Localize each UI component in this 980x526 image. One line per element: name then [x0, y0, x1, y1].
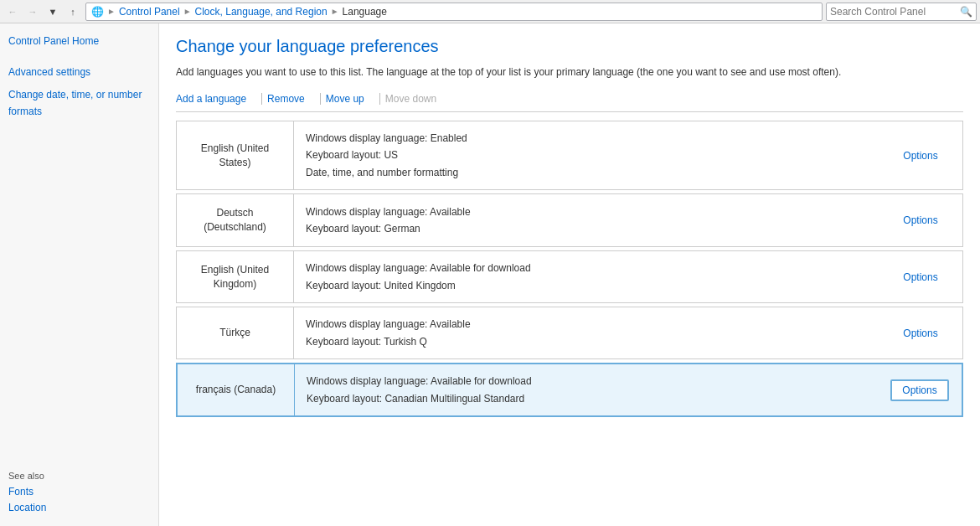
lang-name-deutsch: Deutsch(Deutschland) [177, 194, 294, 246]
add-language-button[interactable]: Add a language [176, 91, 253, 106]
lang-details-english-us: Windows display language: Enabled Keyboa… [294, 121, 879, 189]
lang-options-francais-canada: Options [878, 364, 962, 415]
lang-options-deutsch: Options [879, 194, 962, 246]
address-bar: ← → ▼ ↑ 🌐 ► Control Panel ► Clock, Langu… [0, 0, 980, 23]
language-list: English (UnitedStates) Windows display l… [176, 121, 963, 420]
page-title: Change your language preferences [176, 37, 963, 56]
move-down-button[interactable]: Move down [385, 91, 443, 106]
dropdown-button[interactable]: ▼ [44, 3, 62, 21]
search-input[interactable] [830, 6, 960, 18]
lang-details-deutsch: Windows display language: Available Keyb… [294, 194, 879, 246]
options-link-deutsch[interactable]: Options [903, 214, 937, 226]
forward-button[interactable]: → [23, 3, 42, 21]
options-link-english-uk[interactable]: Options [903, 271, 937, 283]
toolbar-sep-3 [379, 93, 380, 105]
sidebar-fonts-link[interactable]: Fonts [8, 486, 34, 498]
move-up-button[interactable]: Move up [326, 91, 371, 106]
lang-options-english-uk: Options [879, 251, 962, 303]
options-link-english-us[interactable]: Options [903, 150, 937, 162]
sep2: ► [183, 7, 192, 16]
language-item-english-us[interactable]: English (UnitedStates) Windows display l… [176, 121, 963, 190]
search-icon[interactable]: 🔍 [960, 6, 972, 18]
lang-name-turkce: Türkçe [177, 307, 294, 358]
language-item-francais-canada[interactable]: français (Canada) Windows display langua… [176, 363, 963, 417]
breadcrumb-clock-region[interactable]: Clock, Language, and Region [195, 6, 328, 18]
language-item-english-uk[interactable]: English (UnitedKingdom) Windows display … [176, 250, 963, 304]
lang-details-francais-canada: Windows display language: Available for … [295, 364, 878, 415]
breadcrumb: 🌐 ► Control Panel ► Clock, Language, and… [85, 3, 823, 21]
see-also-label: See also [8, 471, 150, 481]
language-item-deutsch[interactable]: Deutsch(Deutschland) Windows display lan… [176, 193, 963, 247]
remove-button[interactable]: Remove [267, 91, 312, 106]
lang-name-english-us: English (UnitedStates) [177, 121, 294, 189]
sidebar-advanced-settings[interactable]: Advanced settings [8, 64, 150, 80]
breadcrumb-language: Language [343, 6, 387, 18]
search-bar: 🔍 [826, 3, 977, 21]
back-button[interactable]: ← [3, 3, 22, 21]
sep3: ► [331, 7, 339, 16]
globe-icon: 🌐 [91, 6, 104, 18]
nav-buttons: ← → ▼ ↑ [3, 3, 82, 21]
options-button-francais-canada[interactable]: Options [890, 379, 948, 401]
up-button[interactable]: ↑ [64, 3, 82, 21]
sep1: ► [107, 7, 116, 16]
lang-details-turkce: Windows display language: Available Keyb… [294, 307, 879, 358]
sidebar-home-link[interactable]: Control Panel Home [8, 34, 150, 49]
toolbar: Add a language Remove Move up Move down [176, 91, 963, 112]
sidebar: Control Panel Home Advanced settings Cha… [0, 23, 159, 526]
lang-name-francais-canada: français (Canada) [178, 364, 295, 415]
lang-options-turkce: Options [879, 307, 962, 358]
page-description: Add languages you want to use to this li… [176, 64, 963, 80]
toolbar-sep-2 [320, 93, 321, 105]
language-item-turkce[interactable]: Türkçe Windows display language: Availab… [176, 307, 963, 359]
sidebar-date-time-formats[interactable]: Change date, time, or number formats [8, 87, 150, 119]
lang-name-english-uk: English (UnitedKingdom) [177, 251, 294, 303]
options-link-turkce[interactable]: Options [903, 327, 937, 339]
sidebar-location-link[interactable]: Location [8, 502, 46, 513]
content-area: Change your language preferences Add lan… [159, 23, 980, 526]
lang-details-english-uk: Windows display language: Available for … [294, 251, 879, 303]
main-container: Control Panel Home Advanced settings Cha… [0, 23, 980, 526]
toolbar-sep-1 [261, 93, 262, 105]
breadcrumb-control-panel[interactable]: Control Panel [119, 6, 180, 18]
lang-options-english-us: Options [879, 121, 962, 189]
